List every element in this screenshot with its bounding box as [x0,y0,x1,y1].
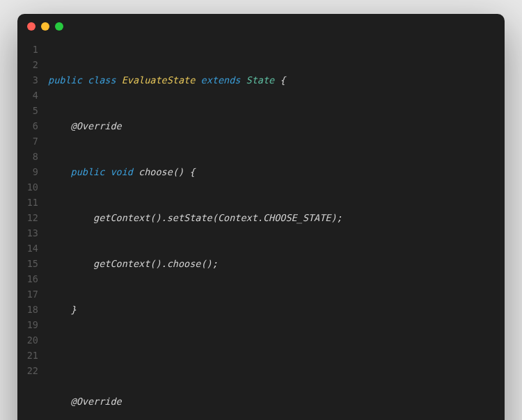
punct: (). [150,212,166,223]
class-name: EvaluateState [122,74,196,86]
code-content[interactable]: public class EvaluateState extends State… [48,42,505,420]
line-number: 20 [17,332,38,348]
code-line: @Override [48,118,493,134]
line-number-gutter: 1 2 3 4 5 6 7 8 9 10 11 12 13 14 15 16 1… [17,42,48,420]
code-line: public class EvaluateState extends State… [48,72,493,88]
line-number: 2 [17,57,38,72]
line-number: 14 [17,241,38,256]
line-number: 9 [17,164,38,179]
window-titlebar [17,14,505,39]
punct: (); [200,258,217,269]
code-line: getContext().choose(); [48,256,493,271]
line-number: 11 [17,195,38,210]
code-editor-window: 1 2 3 4 5 6 7 8 9 10 11 12 13 14 15 16 1… [17,14,505,420]
line-number: 10 [17,179,38,195]
code-editor[interactable]: 1 2 3 4 5 6 7 8 9 10 11 12 13 14 15 16 1… [17,39,505,420]
annotation: @Override [71,120,122,131]
annotation: @Override [71,396,122,407]
close-button[interactable] [27,22,35,31]
line-number: 1 [17,42,38,57]
line-number: 17 [17,286,38,302]
keyword: extends [201,74,241,86]
constant: CHOOSE_STATE [263,212,331,223]
line-number: 13 [17,225,38,241]
code-line: @Override [48,394,493,409]
punct: . [258,212,263,223]
code-line: public void choose() { [48,164,493,179]
line-number: 22 [17,363,38,378]
indent [48,258,93,269]
call: setState [167,212,212,223]
keyword: public [48,74,82,86]
indent [48,212,93,223]
code-line [48,348,493,363]
type-name: State [246,74,275,86]
line-number: 3 [17,72,38,88]
line-number: 18 [17,302,38,317]
keyword: void [110,166,133,177]
punct: } [71,304,77,315]
indent [48,166,71,177]
punct: { [274,74,285,86]
indent [48,304,71,315]
line-number: 7 [17,134,38,149]
line-number: 19 [17,317,38,332]
minimize-button[interactable] [41,22,49,31]
line-number: 12 [17,210,38,225]
call: choose [167,258,201,269]
call: getContext [93,212,150,223]
line-number: 4 [17,88,38,103]
line-number: 15 [17,256,38,271]
code-line: } [48,302,493,317]
indent [48,120,71,131]
punct: () { [173,166,196,177]
call: getContext [93,258,150,269]
line-number: 8 [17,149,38,164]
code-line: getContext().setState(Context.CHOOSE_STA… [48,210,493,225]
line-number: 6 [17,118,38,134]
punct: ( [212,212,218,223]
punct: ); [331,212,342,223]
punct: (). [150,258,166,269]
line-number: 21 [17,348,38,363]
line-number: 16 [17,271,38,286]
keyword: public [71,166,105,177]
indent [48,396,71,407]
keyword: class [88,74,116,86]
object: Context [218,212,258,223]
line-number: 5 [17,103,38,118]
maximize-button[interactable] [55,22,63,31]
method-name: choose [139,166,173,177]
